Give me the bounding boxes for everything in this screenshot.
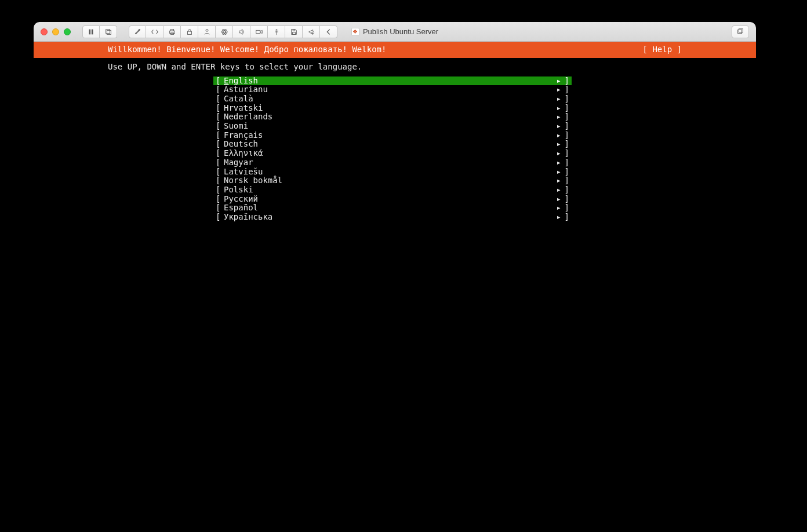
bracket-right: ] (561, 185, 572, 195)
bracket-left: [ (213, 176, 224, 185)
language-option[interactable]: [Русский▸] (213, 195, 572, 204)
language-option[interactable]: [Español▸] (213, 203, 572, 213)
bracket-right: ] (561, 76, 572, 86)
close-button[interactable] (41, 28, 48, 35)
bracket-left: [ (213, 203, 224, 213)
submenu-arrow-icon: ▸ (551, 122, 561, 131)
svg-point-8 (206, 29, 208, 31)
floppy-button[interactable] (285, 25, 303, 38)
window-controls (41, 28, 71, 35)
bracket-left: [ (213, 112, 224, 122)
bracket-right: ] (561, 140, 572, 149)
svg-rect-0 (89, 29, 91, 34)
collapse-button[interactable] (320, 25, 337, 38)
fullscreen-button[interactable] (732, 25, 749, 38)
bracket-right: ] (561, 85, 572, 94)
submenu-arrow-icon: ▸ (551, 149, 561, 158)
toolbar-group-devices (129, 25, 337, 38)
language-label: Català (224, 94, 551, 104)
code-button[interactable] (146, 25, 163, 38)
usb-button[interactable] (268, 25, 285, 38)
sound-icon (238, 28, 246, 36)
printer-icon (168, 28, 176, 36)
svg-rect-13 (292, 32, 295, 34)
toolbar-group-right (732, 25, 749, 38)
bracket-left: [ (213, 213, 224, 222)
help-button[interactable]: [ Help ] (643, 45, 756, 54)
language-label: Ελληνικά (224, 149, 551, 158)
language-label: Norsk bokmål (224, 176, 551, 185)
language-label: Suomi (224, 122, 551, 131)
bracket-right: ] (561, 167, 572, 177)
language-option[interactable]: [Ελληνικά▸] (213, 149, 572, 158)
bracket-right: ] (561, 213, 572, 222)
language-option[interactable]: [Hrvatski▸] (213, 104, 572, 113)
app-icon: ❖ (351, 28, 359, 36)
submenu-arrow-icon: ▸ (551, 76, 561, 86)
camera-icon (255, 28, 263, 36)
language-option[interactable]: [English▸] (213, 76, 572, 86)
installer-header: Willkommen! Bienvenue! Welcome! Добро по… (34, 42, 756, 58)
bracket-right: ] (561, 195, 572, 204)
language-option[interactable]: [Français▸] (213, 131, 572, 140)
vm-window: ❖ Publish Ubuntu Server Willkommen! Bien… (34, 22, 756, 480)
person-icon (203, 28, 211, 36)
submenu-arrow-icon: ▸ (551, 140, 561, 149)
person-button[interactable] (198, 25, 216, 38)
language-option[interactable]: [Polski▸] (213, 185, 572, 195)
settings-button[interactable] (129, 25, 146, 38)
language-option[interactable]: [Magyar▸] (213, 158, 572, 167)
bracket-right: ] (561, 203, 572, 213)
bracket-right: ] (561, 122, 572, 131)
minimize-button[interactable] (52, 28, 59, 35)
bracket-left: [ (213, 131, 224, 140)
printer-button[interactable] (163, 25, 181, 38)
language-label: Magyar (224, 158, 551, 167)
bracket-right: ] (561, 112, 572, 122)
language-option[interactable]: [Nederlands▸] (213, 112, 572, 122)
pause-button[interactable] (82, 25, 100, 38)
bracket-left: [ (213, 94, 224, 104)
vm-display[interactable]: Willkommen! Bienvenue! Welcome! Добро по… (34, 42, 756, 480)
atom-icon (220, 28, 228, 36)
language-option[interactable]: [Suomi▸] (213, 122, 572, 131)
bracket-left: [ (213, 167, 224, 177)
language-list[interactable]: [English▸][Asturianu▸][Català▸][Hrvatski… (213, 76, 572, 222)
language-option[interactable]: [Latviešu▸] (213, 167, 572, 177)
submenu-arrow-icon: ▸ (551, 104, 561, 113)
language-option[interactable]: [Українська▸] (213, 213, 572, 222)
svg-rect-16 (739, 28, 743, 32)
lock-icon (186, 28, 194, 36)
titlebar: ❖ Publish Ubuntu Server (34, 22, 756, 42)
chevron-left-icon (325, 28, 333, 36)
submenu-arrow-icon: ▸ (551, 85, 561, 94)
submenu-arrow-icon: ▸ (551, 94, 561, 104)
camera-button[interactable] (250, 25, 268, 38)
bracket-left: [ (213, 85, 224, 94)
language-option[interactable]: [Deutsch▸] (213, 140, 572, 149)
bracket-right: ] (561, 149, 572, 158)
svg-rect-15 (738, 30, 742, 33)
submenu-arrow-icon: ▸ (551, 185, 561, 195)
language-option[interactable]: [Norsk bokmål▸] (213, 176, 572, 185)
windows-icon (736, 28, 744, 36)
bracket-left: [ (213, 122, 224, 131)
zoom-button[interactable] (64, 28, 71, 35)
svg-rect-14 (293, 29, 295, 31)
language-option[interactable]: [Asturianu▸] (213, 85, 572, 94)
share-button[interactable] (303, 25, 320, 38)
toolbar-group-left (82, 25, 117, 38)
lock-button[interactable] (181, 25, 198, 38)
snapshot-button[interactable] (100, 25, 117, 38)
bracket-left: [ (213, 140, 224, 149)
usb-icon (272, 28, 281, 36)
svg-rect-2 (106, 29, 110, 33)
bracket-right: ] (561, 158, 572, 167)
bracket-right: ] (561, 94, 572, 104)
submenu-arrow-icon: ▸ (551, 203, 561, 213)
bracket-left: [ (213, 185, 224, 195)
atom-button[interactable] (216, 25, 233, 38)
submenu-arrow-icon: ▸ (551, 167, 561, 177)
language-option[interactable]: [Català▸] (213, 94, 572, 104)
sound-button[interactable] (233, 25, 250, 38)
